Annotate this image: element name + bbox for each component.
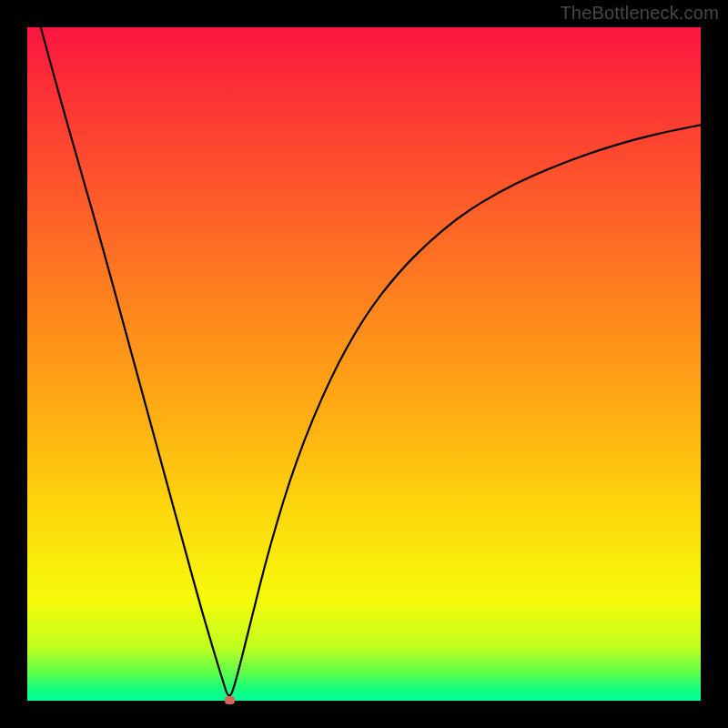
watermark-text: TheBottleneck.com [560,3,719,24]
plot-area [27,27,701,701]
bottleneck-curve [27,27,701,701]
chart-container: TheBottleneck.com [0,0,728,728]
